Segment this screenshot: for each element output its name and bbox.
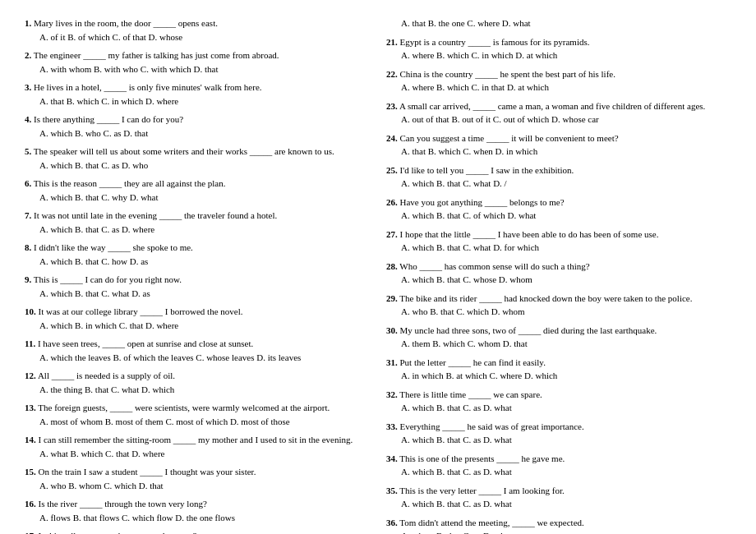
question-text: 12. All _____ is needed is a supply of o…: [25, 371, 175, 380]
options-text: A. that B. which C. in which D. where: [39, 94, 370, 108]
question-text: 21. Egypt is a country _____ is famous f…: [386, 37, 589, 47]
options-text: A. which B. that C. whose D. whom: [401, 273, 731, 287]
question-item: 36. Tom didn't attend the meeting, _____…: [386, 516, 731, 535]
question-text: 6. This is the reason _____ they are all…: [25, 178, 226, 188]
question-text: 8. I didn't like the way _____ she spoke…: [25, 242, 193, 252]
question-item: 14. I can still remember the sitting-roo…: [25, 433, 370, 460]
options-text: A. which B. that C. as D. who: [39, 159, 370, 173]
options-text: A. who B. whom C. which D. that: [39, 479, 370, 493]
question-item: 1. Mary lives in the room, the door ____…: [25, 16, 370, 44]
options-text: A. which B. that C. what D. for which: [401, 241, 731, 255]
options-text: A. that B. which C. when D. in which: [401, 145, 731, 159]
options-text: A. where B. that C. as D. what: [401, 529, 731, 534]
options-text: A. which B. that C. what D. /: [401, 177, 731, 191]
question-item: 21. Egypt is a country _____ is famous f…: [386, 35, 731, 62]
options-text: A. where B. which C. in that D. at which: [401, 81, 731, 94]
question-text: 28. Who _____ has common sense will do s…: [386, 261, 590, 271]
options-text: A. in which B. at which C. where D. whic…: [401, 369, 731, 383]
options-text: A. what B. which C. that D. where: [39, 447, 370, 461]
question-text: 30. My uncle had three sons, two of ____…: [386, 325, 657, 335]
options-text: A. which B. that C. as D. where: [39, 223, 370, 237]
question-item: 8. I didn't like the way _____ she spoke…: [25, 241, 370, 268]
question-item: 7. It was not until late in the evening …: [25, 209, 370, 236]
options-text: A. where B. which C. in which D. at whic…: [401, 48, 731, 62]
question-text: 29. The bike and its rider _____ had kno…: [386, 293, 692, 303]
question-text: 3. He lives in a hotel, _____ is only fi…: [25, 82, 262, 92]
question-item: 33. Everything _____ he said was of grea…: [386, 420, 731, 447]
question-text: 26. Have you got anything _____ belongs …: [386, 197, 565, 207]
question-item: 10. It was at our college library _____ …: [25, 305, 370, 332]
question-item: 26. Have you got anything _____ belongs …: [386, 196, 731, 223]
question-item: 24. Can you suggest a time _____ it will…: [386, 131, 731, 159]
question-text: 5. The speaker will tell us about some w…: [25, 146, 334, 156]
page-content: 1. Mary lives in the room, the door ____…: [25, 16, 731, 534]
question-item: A. that B. the one C. where D. what: [386, 16, 731, 30]
question-text: 17. Is this college _____ they went to l…: [25, 531, 197, 534]
question-item: 22. China is the country _____ he spent …: [386, 67, 731, 94]
options-text: A. which B. who C. as D. that: [39, 127, 370, 140]
question-text: 25. I'd like to tell you _____ I saw in …: [386, 165, 574, 175]
options-text: A. which the leaves B. of which the leav…: [39, 351, 370, 365]
question-text: 15. On the train I saw a student _____ I…: [25, 467, 256, 476]
question-text: 11. I have seen trees, _____ open at sun…: [25, 338, 253, 348]
question-item: 11. I have seen trees, _____ open at sun…: [25, 337, 370, 364]
question-item: 5. The speaker will tell us about some w…: [25, 145, 370, 172]
options-text: A. which B. that C. as D. what: [401, 465, 731, 479]
right-column: A. that B. the one C. where D. what21. E…: [386, 16, 731, 534]
question-text: 31. Put the letter _____ he can find it …: [386, 357, 546, 367]
options-text: A. the thing B. that C. what D. which: [39, 383, 370, 397]
options-text: A. flows B. that flows C. which flow D. …: [39, 511, 370, 525]
question-item: 28. Who _____ has common sense will do s…: [386, 260, 731, 287]
question-text: 14. I can still remember the sitting-roo…: [25, 435, 353, 444]
question-item: 32. There is little time _____ we can sp…: [386, 388, 731, 415]
question-text: 1. Mary lives in the room, the door ____…: [25, 18, 218, 28]
options-text: A. which B. in which C. that D. where: [39, 319, 370, 333]
options-text: A. with whom B. with who C. with which D…: [39, 62, 370, 76]
options-text: A. that B. the one C. where D. what: [401, 16, 731, 30]
options-text: A. which B. that C. what D. as: [39, 287, 370, 301]
question-item: 9. This is _____ I can do for you right …: [25, 273, 370, 300]
options-text: A. who B. that C. which D. whom: [401, 305, 731, 319]
options-text: A. most of whom B. most of them C. most …: [39, 415, 370, 429]
question-text: 22. China is the country _____ he spent …: [386, 69, 615, 79]
question-text: 32. There is little time _____ we can sp…: [386, 389, 542, 399]
question-text: 7. It was not until late in the evening …: [25, 210, 277, 220]
question-text: 24. Can you suggest a time _____ it will…: [386, 133, 619, 143]
question-text: 36. Tom didn't attend the meeting, _____…: [386, 518, 584, 527]
question-text: 27. I hope that the little _____ I have …: [386, 229, 658, 239]
options-text: A. which B. that C. how D. as: [39, 255, 370, 269]
question-text: 13. The foreign guests, _____ were scien…: [25, 403, 330, 412]
question-item: 35. This is the very letter _____ I am l…: [386, 484, 731, 511]
left-column: 1. Mary lives in the room, the door ____…: [25, 16, 370, 534]
question-item: 3. He lives in a hotel, _____ is only fi…: [25, 81, 370, 108]
question-text: 16. Is the river _____ through the town …: [25, 499, 207, 509]
options-text: A. which B. that C. as D. what: [401, 401, 731, 415]
question-item: 27. I hope that the little _____ I have …: [386, 228, 731, 255]
question-item: 17. Is this college _____ they went to l…: [25, 529, 370, 534]
question-item: 12. All _____ is needed is a supply of o…: [25, 369, 370, 396]
options-text: A. out of that B. out of it C. out of wh…: [401, 113, 731, 127]
question-text: 4. Is there anything _____ I can do for …: [25, 114, 183, 124]
options-text: A. which B. that C. of which D. what: [401, 209, 731, 223]
question-text: 33. Everything _____ he said was of grea…: [386, 421, 584, 431]
question-text: 9. This is _____ I can do for you right …: [25, 274, 182, 284]
question-text: 35. This is the very letter _____ I am l…: [386, 486, 565, 495]
question-item: 15. On the train I saw a student _____ I…: [25, 465, 370, 492]
question-text: 23. A small car arrived, _____ came a ma…: [386, 101, 705, 111]
question-item: 34. This is one of the presents _____ he…: [386, 452, 731, 479]
question-text: 10. It was at our college library _____ …: [25, 306, 242, 316]
question-item: 4. Is there anything _____ I can do for …: [25, 113, 370, 140]
question-text: 34. This is one of the presents _____ he…: [386, 453, 565, 463]
question-item: 25. I'd like to tell you _____ I saw in …: [386, 163, 731, 191]
options-text: A. which B. that C. why D. what: [39, 191, 370, 205]
question-item: 31. Put the letter _____ he can find it …: [386, 356, 731, 383]
question-item: 6. This is the reason _____ they are all…: [25, 177, 370, 204]
question-item: 23. A small car arrived, _____ came a ma…: [386, 99, 731, 127]
question-item: 16. Is the river _____ through the town …: [25, 497, 370, 524]
options-text: A. of it B. of which C. of that D. whose: [39, 30, 370, 44]
options-text: A. which B. that C. as D. what: [401, 433, 731, 447]
question-text: 2. The engineer _____ my father is talki…: [25, 50, 279, 60]
options-text: A. them B. which C. whom D. that: [401, 337, 731, 351]
question-item: 13. The foreign guests, _____ were scien…: [25, 401, 370, 428]
question-item: 2. The engineer _____ my father is talki…: [25, 48, 370, 76]
